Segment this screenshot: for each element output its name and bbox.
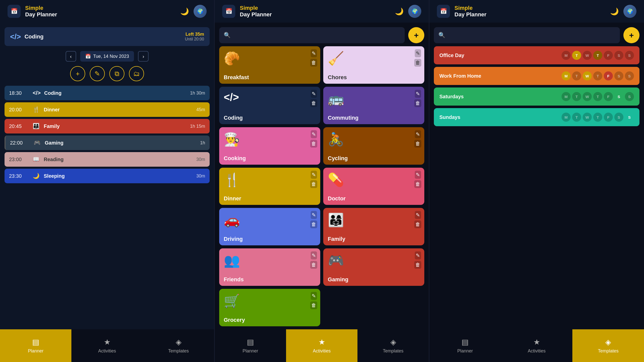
current-activity: </> Coding Left 35m Until 20:00 xyxy=(5,27,210,46)
friends-icon: 👥 xyxy=(224,253,316,268)
cycling-actions: ✎ 🗑 xyxy=(414,130,421,148)
date-display: 📅 Tue, 14 Nov 2023 xyxy=(80,51,134,62)
template-button[interactable]: 🗂 xyxy=(129,66,144,81)
activities-nav-label-2: Activities xyxy=(313,348,331,354)
bottom-nav-3: ▤ Planner ★ Activities ◈ Templates xyxy=(429,329,644,362)
nav-activities-1[interactable]: ★ Activities xyxy=(71,329,143,362)
nav-activities-3[interactable]: ★ Activities xyxy=(501,329,573,362)
commuting-label: Commuting xyxy=(328,115,420,121)
wfh-T1: T xyxy=(572,71,581,80)
template-work-from-home[interactable]: Work From Home M T W T F S S xyxy=(434,67,639,85)
nav-templates-3[interactable]: ◈ Templates xyxy=(572,329,644,362)
moon-icon-1[interactable]: 🌙 xyxy=(180,7,189,16)
activity-card-cooking[interactable]: ✎ 🗑 👨‍🍳 Cooking xyxy=(219,127,320,165)
activity-card-breakfast[interactable]: ✎ 🗑 🥐 Breakfast xyxy=(219,46,320,84)
edit-driving-button[interactable]: ✎ xyxy=(311,211,317,219)
dinner-actions: ✎ 🗑 xyxy=(310,171,317,188)
nav-planner-2[interactable]: ▤ Planner xyxy=(215,329,286,362)
delete-cycling-button[interactable]: 🗑 xyxy=(414,140,421,148)
activity-card-commuting[interactable]: ✎ 🗑 🚌 Commuting xyxy=(323,87,424,124)
edit-gaming-button[interactable]: ✎ xyxy=(415,251,421,259)
office-day-days: M T W T F S S xyxy=(562,51,634,60)
edit-coding-button[interactable]: ✎ xyxy=(311,90,317,98)
prev-date-button[interactable]: ‹ xyxy=(66,51,76,62)
sundays-W: W xyxy=(583,113,592,122)
edit-dinner-button[interactable]: ✎ xyxy=(311,171,317,179)
add-template-button[interactable]: + xyxy=(623,27,639,43)
dinner-label: Dinner xyxy=(224,195,316,202)
nav-templates-2[interactable]: ◈ Templates xyxy=(357,329,429,362)
schedule-item-family[interactable]: 20:45 👨‍👩‍👧 Family 1h 15m xyxy=(5,119,210,133)
planner-nav-label-3: Planner xyxy=(457,348,473,354)
schedule-item-reading[interactable]: 23:00 📖 Reading 30m xyxy=(5,152,210,167)
delete-grocery-button[interactable]: 🗑 xyxy=(310,301,317,309)
planner-nav-label-2: Planner xyxy=(243,348,258,354)
activities-nav-label-3: Activities xyxy=(528,348,546,354)
edit-cooking-button[interactable]: ✎ xyxy=(311,130,317,138)
search-input-2[interactable] xyxy=(234,32,400,38)
nav-planner-3[interactable]: ▤ Planner xyxy=(429,329,501,362)
activity-card-family[interactable]: ✎ 🗑 👨‍👩‍👧 Family xyxy=(323,208,424,245)
search-input-3[interactable] xyxy=(448,32,615,38)
nav-activities-2[interactable]: ★ Activities xyxy=(286,329,357,362)
edit-button[interactable]: ✎ xyxy=(90,66,105,81)
edit-grocery-button[interactable]: ✎ xyxy=(311,292,317,300)
activity-card-chores[interactable]: ✎ 🗑 🧹 Chores xyxy=(323,46,424,84)
coding-label: Coding xyxy=(224,115,316,121)
template-sundays[interactable]: Sundays M T W T F S S xyxy=(434,108,639,126)
next-date-button[interactable]: › xyxy=(138,51,149,62)
activity-card-doctor[interactable]: ✎ 🗑 💊 Doctor xyxy=(323,168,424,205)
template-saturdays[interactable]: Saturdays M T W T F S S xyxy=(434,87,639,106)
edit-cycling-button[interactable]: ✎ xyxy=(415,130,421,138)
delete-chores-button[interactable]: 🗑 xyxy=(414,59,421,67)
edit-commuting-button[interactable]: ✎ xyxy=(415,90,421,98)
avatar-2[interactable]: 🌍 xyxy=(408,5,421,18)
activity-card-cycling[interactable]: ✎ 🗑 🚴 Cycling xyxy=(323,127,424,165)
edit-breakfast-button[interactable]: ✎ xyxy=(311,49,317,57)
edit-doctor-button[interactable]: ✎ xyxy=(415,171,421,179)
delete-coding-button[interactable]: 🗑 xyxy=(310,99,317,107)
moon-icon-3[interactable]: 🌙 xyxy=(610,7,619,16)
wfh-T2: T xyxy=(593,71,602,80)
delete-breakfast-button[interactable]: 🗑 xyxy=(310,59,317,67)
delete-cooking-button[interactable]: 🗑 xyxy=(310,140,317,148)
moon-icon-2[interactable]: 🌙 xyxy=(395,7,404,16)
app-title-block-2: Simple Day Planner xyxy=(240,5,390,18)
edit-chores-button[interactable]: ✎ xyxy=(415,49,421,57)
schedule-time-dinner: 20:00 xyxy=(9,107,29,113)
delete-friends-button[interactable]: 🗑 xyxy=(310,261,317,269)
avatar-1[interactable]: 🌍 xyxy=(194,5,207,18)
activity-card-coding[interactable]: ✎ 🗑 </> Coding xyxy=(219,87,320,124)
avatar-3[interactable]: 🌍 xyxy=(623,5,636,18)
schedule-item-sleeping[interactable]: 23:30 🌙 Sleeping 30m xyxy=(5,169,210,183)
delete-dinner-button[interactable]: 🗑 xyxy=(310,180,317,188)
schedule-item-dinner[interactable]: 20:00 🍴 Dinner 45m xyxy=(5,102,210,117)
activities-content: 🔍 + ✎ 🗑 🥐 Breakfast ✎ 🗑 🧹 xyxy=(215,23,429,329)
template-office-day[interactable]: Office Day M T W T F S S xyxy=(434,46,639,64)
family-card-icon: 👨‍👩‍👧 xyxy=(328,212,420,228)
schedule-item-gaming[interactable]: 22:00 🎮 Gaming 1h xyxy=(5,135,210,150)
add-event-button[interactable]: + xyxy=(70,66,85,81)
activity-card-grocery[interactable]: ✎ 🗑 🛒 Grocery xyxy=(219,289,320,326)
saturdays-T2: T xyxy=(593,92,602,101)
delete-commuting-button[interactable]: 🗑 xyxy=(414,99,421,107)
delete-doctor-button[interactable]: 🗑 xyxy=(414,180,421,188)
template-list: Office Day M T W T F S S Work From Home … xyxy=(429,46,644,329)
delete-family-button[interactable]: 🗑 xyxy=(414,220,421,228)
driving-label: Driving xyxy=(224,236,316,242)
edit-family-button[interactable]: ✎ xyxy=(415,211,421,219)
delete-driving-button[interactable]: 🗑 xyxy=(310,220,317,228)
schedule-item-coding[interactable]: 18:30 </> Coding 1h 30m xyxy=(5,86,210,100)
current-activity-name: Coding xyxy=(24,33,181,40)
copy-button[interactable]: ⧉ xyxy=(109,66,124,81)
activity-card-dinner[interactable]: ✎ 🗑 🍴 Dinner xyxy=(219,168,320,205)
activity-card-gaming[interactable]: ✎ 🗑 🎮 Gaming xyxy=(323,248,424,286)
activity-card-friends[interactable]: ✎ 🗑 👥 Friends xyxy=(219,248,320,286)
wfh-S1: S xyxy=(614,71,623,80)
delete-gaming-button[interactable]: 🗑 xyxy=(414,261,421,269)
edit-friends-button[interactable]: ✎ xyxy=(311,251,317,259)
add-activity-button[interactable]: + xyxy=(408,27,424,43)
activity-card-driving[interactable]: ✎ 🗑 🚗 Driving xyxy=(219,208,320,245)
nav-planner-1[interactable]: ▤ Planner xyxy=(0,329,71,362)
nav-templates-1[interactable]: ◈ Templates xyxy=(143,329,214,362)
